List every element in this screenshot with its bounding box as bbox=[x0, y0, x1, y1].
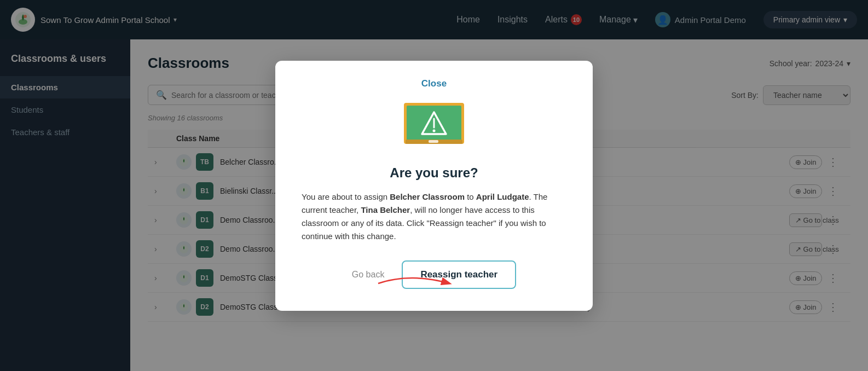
modal-actions: Go back Reassign teacher bbox=[302, 260, 566, 289]
modal-title: Are you sure? bbox=[302, 165, 566, 181]
confirmation-modal: Close Are you sure? You are about to ass… bbox=[275, 61, 593, 311]
svg-point-15 bbox=[433, 129, 436, 132]
modal-close-button[interactable]: Close bbox=[302, 78, 566, 89]
chalkboard-warning-icon bbox=[302, 100, 566, 152]
svg-rect-12 bbox=[429, 140, 438, 143]
modal-overlay: Close Are you sure? You are about to ass… bbox=[0, 0, 868, 371]
reassign-teacher-button[interactable]: Reassign teacher bbox=[402, 260, 516, 289]
go-back-button[interactable]: Go back bbox=[352, 270, 385, 280]
modal-body: You are about to assign Belcher Classroo… bbox=[302, 190, 566, 243]
